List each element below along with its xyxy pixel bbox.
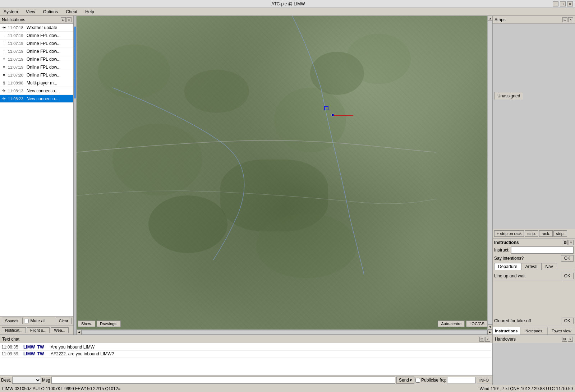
notif-time-1: 11:07:19 bbox=[8, 33, 25, 38]
scroll-left-button[interactable]: ◀ bbox=[77, 330, 82, 335]
menu-help[interactable]: Help bbox=[83, 9, 96, 15]
map-overlay bbox=[77, 16, 492, 335]
notifications-list: ☀11:07:18Weather update=11:07:19Online F… bbox=[0, 24, 73, 316]
right-bottom-tabs: Instructions Notepads Tower view bbox=[493, 327, 575, 335]
publicise-label: Publicise frq: bbox=[421, 378, 446, 383]
notif-icon-6: = bbox=[1, 73, 6, 78]
scroll-track[interactable] bbox=[488, 21, 492, 324]
minimize-button[interactable]: − bbox=[553, 1, 558, 6]
notif-icon-4: = bbox=[1, 57, 6, 62]
say-intentions-ok[interactable]: OK bbox=[561, 255, 574, 262]
clear-button[interactable]: Clear bbox=[56, 318, 72, 324]
dest-select[interactable] bbox=[12, 377, 41, 384]
map-canvas bbox=[77, 16, 492, 335]
notification-item-5[interactable]: =11:07:19Online FPL dow... bbox=[0, 63, 73, 71]
strips-close[interactable]: × bbox=[568, 17, 573, 22]
strips-header: Strips ⊡ × bbox=[493, 16, 575, 24]
nav-tab[interactable]: Nav bbox=[541, 263, 557, 270]
menu-system[interactable]: System bbox=[1, 9, 20, 15]
say-intentions-row: Say intentions? OK bbox=[494, 255, 574, 262]
msg-input[interactable] bbox=[51, 377, 395, 384]
show-button[interactable]: Show. bbox=[78, 320, 95, 327]
strips-icon1[interactable]: ⊡ bbox=[562, 17, 567, 22]
notification-item-6[interactable]: =11:07:20Online FPL dow... bbox=[0, 71, 73, 79]
notifications-close[interactable]: × bbox=[66, 17, 72, 22]
cleared-takeoff-label: Cleared for take-off bbox=[494, 318, 531, 323]
strips-content: Unassigned bbox=[493, 24, 575, 229]
menubar: System View Options Cheat Help bbox=[0, 8, 575, 16]
strip-button2[interactable]: strip. bbox=[553, 230, 567, 237]
notification-item-1[interactable]: =11:07:19Online FPL dow... bbox=[0, 32, 73, 40]
handovers-icon1[interactable]: ⊡ bbox=[562, 337, 567, 342]
notif-time-8: 11:08:13 bbox=[8, 89, 25, 93]
publicise-checkbox[interactable] bbox=[415, 378, 420, 383]
notification-item-3[interactable]: =11:07:19Online FPL dow... bbox=[0, 47, 73, 55]
wea-tab-button[interactable]: Wea... bbox=[51, 327, 69, 333]
notif-tab-button[interactable]: Notificat... bbox=[2, 327, 26, 333]
notif-icon-8: ✈ bbox=[1, 88, 6, 93]
rack-button[interactable]: rack. bbox=[539, 230, 553, 237]
statusbar: LIMW 031050Z AUTO 11007KT 9999 FEW150 22… bbox=[0, 385, 575, 392]
unassigned-tab[interactable]: Unassigned bbox=[494, 92, 523, 100]
notif-icon-7: ℹ bbox=[1, 80, 6, 86]
notification-item-7[interactable]: ℹ11:08:08Multi-player m... bbox=[0, 79, 73, 87]
menu-view[interactable]: View bbox=[24, 9, 37, 15]
notif-text-6: Online FPL dow... bbox=[27, 73, 60, 78]
chat-close[interactable]: × bbox=[485, 337, 490, 342]
left-panel: Notifications ⊡ × ☀11:07:18Weather updat… bbox=[0, 16, 74, 335]
instructions-tab[interactable]: Instructions bbox=[493, 327, 520, 335]
instructions-icon1[interactable]: ⊡ bbox=[563, 240, 568, 245]
notification-item-8[interactable]: ✈11:08:13New connectio... bbox=[0, 87, 73, 95]
instruct-input[interactable] bbox=[511, 246, 574, 254]
scroll-h-track[interactable] bbox=[82, 331, 487, 334]
notif-icon-3: = bbox=[1, 49, 6, 54]
notif-icon-1: = bbox=[1, 33, 6, 38]
svg-rect-1 bbox=[332, 114, 334, 116]
notification-item-4[interactable]: =11:07:19Online FPL dow... bbox=[0, 55, 73, 63]
instruct-row: Instruct: bbox=[494, 246, 574, 254]
line-up-wait-ok[interactable]: OK bbox=[561, 273, 574, 279]
notification-item-0[interactable]: ☀11:07:18Weather update bbox=[0, 24, 73, 32]
notepads-tab[interactable]: Notepads bbox=[520, 327, 548, 335]
flight-tab-button[interactable]: Flight p... bbox=[27, 327, 50, 333]
chat-icon1[interactable]: ⊡ bbox=[479, 337, 484, 342]
info-button[interactable]: INFO bbox=[477, 377, 491, 383]
handovers-close[interactable]: × bbox=[568, 337, 573, 342]
add-strip-button[interactable]: + strip on rack bbox=[494, 230, 524, 237]
notification-item-9[interactable]: ✈11:08:23New connectio... bbox=[0, 95, 73, 103]
notif-time-6: 11:07:20 bbox=[8, 73, 25, 77]
menu-options[interactable]: Options bbox=[41, 9, 60, 15]
scroll-down-button[interactable]: ▼ bbox=[488, 324, 492, 329]
chat-header: Text chat ⊡ × bbox=[0, 335, 492, 343]
cleared-takeoff-ok[interactable]: OK bbox=[561, 318, 574, 324]
departure-tab[interactable]: Departure bbox=[494, 263, 521, 270]
scroll-up-button[interactable]: ▲ bbox=[488, 16, 492, 21]
mute-checkbox[interactable] bbox=[24, 319, 29, 323]
map-area[interactable]: Show. Drawings. Auto-centre LOC/GS... ▲ … bbox=[77, 16, 492, 335]
notifications-icon1[interactable]: ⊡ bbox=[61, 17, 66, 22]
scroll-thumb[interactable] bbox=[74, 27, 76, 98]
publicise-input[interactable]: 119.950 bbox=[447, 377, 476, 383]
chat-messages: 11:08:35LIMW_TWAre you inbound LIMW11:09… bbox=[0, 343, 492, 375]
status-right: Wind 110°, 7 kt QNH 1012 / 29.88 UTC 11:… bbox=[479, 386, 573, 391]
notification-item-2[interactable]: =11:07:19Online FPL dow... bbox=[0, 40, 73, 47]
strip-button[interactable]: strip. bbox=[525, 230, 538, 237]
menu-cheat[interactable]: Cheat bbox=[64, 9, 79, 15]
close-button[interactable]: × bbox=[567, 1, 573, 6]
sounds-button[interactable]: Sounds. bbox=[2, 318, 23, 324]
maximize-button[interactable]: □ bbox=[560, 1, 566, 6]
map-vertical-scroll[interactable]: ▲ ▼ bbox=[487, 16, 492, 329]
chat-sender-0: LIMW_TW bbox=[23, 345, 49, 350]
map-horizontal-scroll[interactable]: ◀ ▶ bbox=[77, 329, 492, 335]
scroll-right-button[interactable]: ▶ bbox=[487, 330, 492, 335]
tower-view-tab[interactable]: Tower view bbox=[548, 327, 575, 335]
chat-message-1: 11:09:59LIMW_TWAF2222. are you inbound L… bbox=[1, 351, 491, 358]
mute-label: Mute all bbox=[30, 318, 45, 323]
instructions-close[interactable]: × bbox=[569, 240, 574, 245]
arrival-tab[interactable]: Arrival bbox=[521, 263, 541, 270]
send-button[interactable]: Send ▾ bbox=[396, 377, 414, 384]
drawings-button[interactable]: Drawings. bbox=[97, 320, 121, 327]
notif-text-0: Weather update bbox=[27, 25, 57, 30]
auto-centre-button[interactable]: Auto-centre bbox=[438, 320, 465, 327]
chat-text-1: AF2222. are you inbound LIMW? bbox=[51, 351, 491, 356]
